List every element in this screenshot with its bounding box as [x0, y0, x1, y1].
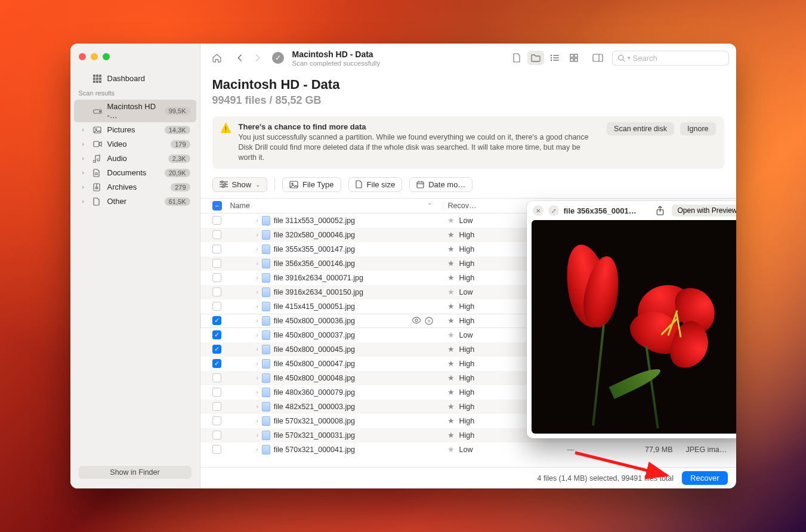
- file-name: file 355x355_000147.jpg: [274, 245, 355, 253]
- view-grid-button[interactable]: [566, 51, 582, 65]
- star-icon: ★: [447, 259, 455, 268]
- sidebar-item-video[interactable]: › Video 179: [74, 137, 196, 151]
- svg-point-40: [292, 183, 293, 184]
- selection-status: 4 files (1,4 MB) selected, 99491 files t…: [537, 474, 674, 482]
- show-in-finder-button[interactable]: Show in Finder: [79, 466, 192, 479]
- row-checkbox[interactable]: [212, 259, 221, 268]
- app-window: Dashboard Scan results › Macintosh HD -……: [70, 44, 736, 488]
- sidebar-item-documents[interactable]: › Documents 20,9K: [74, 166, 196, 180]
- sidebar-item-other[interactable]: › Other 61,5K: [74, 194, 196, 208]
- file-name: file 3916x2634_000071.jpg: [274, 274, 363, 282]
- disclosure-icon: ›: [257, 260, 258, 267]
- sidebar-item-pictures[interactable]: › Pictures 14,3K: [74, 123, 196, 137]
- recovery-chance: High: [459, 345, 475, 354]
- jpeg-file-icon: [262, 273, 270, 283]
- file-name: file 450x800_000036.jpg: [274, 317, 355, 325]
- recovery-chance: Low: [459, 288, 473, 296]
- row-checkbox[interactable]: [212, 230, 221, 239]
- file-size-filter-button[interactable]: File size: [348, 177, 403, 192]
- sidebar-item-macintosh-hd-[interactable]: › Macintosh HD -… 99,5K: [74, 100, 196, 122]
- filter-bar: Show ⌄ File Type File size Date mo…: [200, 169, 736, 198]
- svg-point-34: [221, 181, 223, 183]
- column-header-name[interactable]: Name ⌃: [226, 202, 443, 210]
- star-icon: ★: [447, 431, 455, 440]
- row-checkbox[interactable]: [212, 402, 221, 411]
- table-row[interactable]: › file 570x321_000041.jpg # ★Low — 77,9 …: [200, 443, 736, 457]
- row-checkbox[interactable]: [212, 416, 221, 425]
- dropdown-caret-icon: ▾: [628, 55, 631, 61]
- svg-rect-20: [553, 55, 559, 56]
- sidebar-item-label: Audio: [107, 154, 163, 163]
- toolbar: ✓ Macintosh HD - Data Scan completed suc…: [200, 44, 736, 72]
- forward-button[interactable]: [249, 51, 266, 65]
- jpeg-file-icon: [262, 359, 270, 369]
- column-header-recovery[interactable]: Recov…: [443, 202, 532, 210]
- row-checkbox[interactable]: [212, 431, 221, 440]
- chevron-right-icon: ›: [82, 198, 88, 205]
- image-icon: [289, 181, 298, 188]
- row-checkbox[interactable]: ✓: [212, 359, 221, 368]
- row-checkbox[interactable]: [212, 245, 221, 253]
- row-checkbox[interactable]: [212, 445, 221, 454]
- preview-expand-button[interactable]: ⤢: [548, 205, 559, 216]
- eye-icon[interactable]: [412, 317, 421, 325]
- file-name: file 480x360_000079.jpg: [274, 388, 355, 397]
- search-icon: [617, 54, 625, 62]
- disclosure-icon: ›: [257, 332, 258, 338]
- toggle-preview-pane-button[interactable]: [589, 51, 606, 65]
- minimize-window-button[interactable]: [91, 53, 98, 60]
- file-type-filter-button[interactable]: File Type: [282, 177, 341, 192]
- filter-label: File Type: [302, 180, 334, 189]
- column-header-checkbox[interactable]: −: [200, 201, 226, 211]
- zoom-window-button[interactable]: [103, 53, 110, 60]
- sidebar-item-dashboard[interactable]: Dashboard: [74, 72, 196, 85]
- hex-icon[interactable]: #: [425, 317, 433, 325]
- sidebar-item-archives[interactable]: › Archives 279: [74, 180, 196, 194]
- row-checkbox[interactable]: [212, 273, 221, 282]
- view-list-button[interactable]: [546, 51, 563, 65]
- recovery-chance: Low: [459, 331, 473, 339]
- date-modified-filter-button[interactable]: Date mo…: [409, 177, 473, 192]
- row-checkbox[interactable]: [212, 287, 221, 296]
- nav-arrows: [231, 51, 266, 65]
- grid-icon: [93, 75, 103, 83]
- recovery-chance: High: [459, 388, 475, 397]
- scan-entire-disk-button[interactable]: Scan entire disk: [607, 122, 674, 135]
- svg-text:#: #: [427, 318, 430, 324]
- home-button[interactable]: [209, 51, 226, 65]
- chevron-right-icon: ›: [82, 126, 88, 133]
- row-checkbox[interactable]: [212, 302, 221, 311]
- share-icon[interactable]: [653, 206, 667, 216]
- recovery-chance: High: [459, 245, 475, 253]
- back-button[interactable]: [231, 51, 248, 65]
- show-filter-button[interactable]: Show ⌄: [212, 177, 268, 192]
- row-checkbox[interactable]: ✓: [212, 330, 221, 339]
- row-checkbox[interactable]: [212, 373, 221, 382]
- row-checkbox[interactable]: ✓: [212, 345, 221, 354]
- jpeg-file-icon: [262, 302, 270, 311]
- row-checkbox[interactable]: ✓: [212, 316, 221, 325]
- preview-image: [532, 220, 736, 434]
- open-with-preview-button[interactable]: Open with Preview: [672, 205, 736, 216]
- search-field[interactable]: ▾: [612, 51, 729, 66]
- view-file-button[interactable]: [508, 51, 525, 65]
- row-checkbox[interactable]: [212, 388, 221, 397]
- svg-rect-2: [99, 75, 101, 77]
- ignore-button[interactable]: Ignore: [680, 122, 715, 135]
- view-folder-button[interactable]: [527, 51, 544, 65]
- preview-header: ✕ ⤢ file 356x356_0001… Open with Preview: [527, 201, 736, 220]
- row-checkbox[interactable]: [212, 216, 221, 225]
- search-input[interactable]: [633, 54, 724, 63]
- preview-close-button[interactable]: ✕: [533, 205, 543, 216]
- star-icon: ★: [447, 330, 455, 339]
- disclosure-icon: ›: [257, 375, 258, 381]
- file-name: file 320x580_000046.jpg: [274, 231, 355, 239]
- recover-button[interactable]: Recover: [682, 471, 727, 485]
- sidebar-item-badge: 179: [171, 140, 190, 149]
- recovery-chance: High: [459, 317, 475, 325]
- disclosure-icon: ›: [257, 317, 258, 324]
- close-window-button[interactable]: [79, 53, 86, 60]
- jpeg-file-icon: [262, 330, 270, 340]
- sidebar-item-label: Video: [107, 140, 166, 149]
- sidebar-item-audio[interactable]: › Audio 2,3K: [74, 151, 196, 165]
